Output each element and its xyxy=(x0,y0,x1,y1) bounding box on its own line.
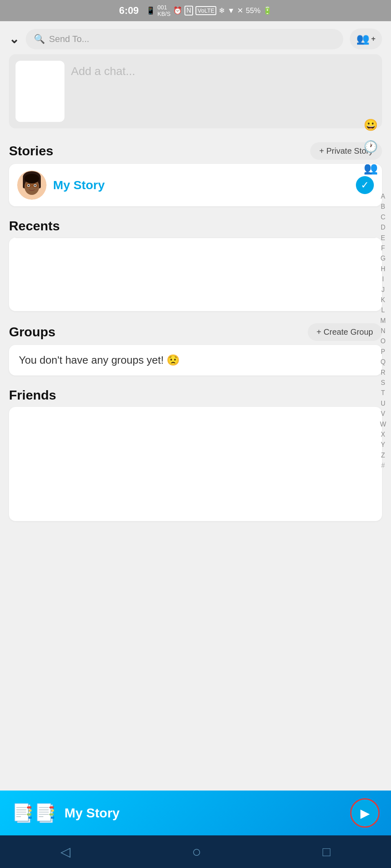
alpha-P[interactable]: P xyxy=(379,347,387,357)
battery-icon: 🔋 xyxy=(263,6,272,15)
my-story-item[interactable]: My Story ✓ xyxy=(9,164,382,206)
alpha-R[interactable]: R xyxy=(379,368,387,378)
alpha-O[interactable]: O xyxy=(379,336,387,346)
search-bar[interactable]: 🔍 Send To... xyxy=(26,29,343,49)
groups-card: You don't have any groups yet! 😟 xyxy=(9,345,382,375)
bottom-bar-story-icon: 📑📑 xyxy=(11,802,56,824)
story-name: My Story xyxy=(53,178,349,192)
svg-point-7 xyxy=(28,185,29,186)
clock-side-icon[interactable]: 🕐 xyxy=(364,140,378,153)
stories-title: Stories xyxy=(9,144,53,159)
alpha-E[interactable]: E xyxy=(379,233,387,243)
main-content: ⌄ 🔍 Send To... 👥 + Add a chat... 😀 🕐 👥 S… xyxy=(0,21,391,766)
alpha-B[interactable]: B xyxy=(379,202,387,212)
android-nav-bar: ◁ ○ □ xyxy=(0,835,391,868)
whatsapp-icon: 📱 xyxy=(146,6,155,15)
create-group-button[interactable]: + Create Group xyxy=(308,323,382,341)
alpha-I[interactable]: I xyxy=(380,274,385,284)
alpha-M[interactable]: M xyxy=(379,316,387,326)
search-placeholder: Send To... xyxy=(49,34,89,44)
add-friends-button[interactable]: 👥 + xyxy=(350,29,382,49)
alpha-J[interactable]: J xyxy=(380,285,386,295)
recents-card xyxy=(9,238,382,311)
back-button[interactable]: ◁ xyxy=(60,844,71,859)
recents-divider xyxy=(16,238,375,238)
svg-point-8 xyxy=(34,185,36,186)
group-side-icon[interactable]: 👥 xyxy=(364,161,378,175)
status-time: 6:09 xyxy=(119,5,139,16)
recent-apps-button[interactable]: □ xyxy=(322,844,330,859)
nfc-icon: N xyxy=(184,6,193,15)
stories-header: Stories + Private Story xyxy=(0,137,391,164)
play-icon: ▶ xyxy=(360,806,370,820)
groups-header: Groups + Create Group xyxy=(0,318,391,345)
alpha-C[interactable]: C xyxy=(379,212,387,222)
alpha-S[interactable]: S xyxy=(379,378,387,388)
add-plus-icon: + xyxy=(371,35,375,43)
alpha-H[interactable]: H xyxy=(379,264,387,274)
alpha-Y[interactable]: Y xyxy=(379,440,387,450)
emoji-side-icon[interactable]: 😀 xyxy=(364,118,378,132)
alpha-X[interactable]: X xyxy=(379,430,387,440)
alpha-T[interactable]: T xyxy=(380,388,387,398)
friends-title: Friends xyxy=(9,388,56,403)
signal-icon: ✕ xyxy=(237,6,243,15)
story-check-icon[interactable]: ✓ xyxy=(356,176,374,194)
home-button[interactable]: ○ xyxy=(192,843,201,861)
recents-title: Recents xyxy=(9,219,60,234)
wifi-icon: ▼ xyxy=(227,7,235,15)
alpha-Z[interactable]: Z xyxy=(380,451,387,460)
chat-card[interactable]: Add a chat... xyxy=(9,54,382,128)
alpha-W[interactable]: W xyxy=(378,420,388,429)
alpha-Q[interactable]: Q xyxy=(379,357,387,367)
checkmark-icon: ✓ xyxy=(361,179,369,191)
chat-avatar-placeholder xyxy=(16,61,64,122)
groups-title: Groups xyxy=(9,325,56,340)
recents-section: Recents xyxy=(0,213,391,311)
play-button[interactable]: ▶ xyxy=(350,798,380,828)
alpha-F[interactable]: F xyxy=(380,243,387,253)
chat-add-text: Add a chat... xyxy=(71,61,135,78)
bottom-bar-label: My Story xyxy=(64,806,342,821)
alpha-hash[interactable]: # xyxy=(380,461,387,470)
friends-header: Friends xyxy=(0,382,391,407)
alpha-N[interactable]: N xyxy=(379,326,387,336)
battery-percent: 55% xyxy=(246,7,260,15)
bottom-bar: 📑📑 My Story ▶ xyxy=(0,791,391,835)
search-icon: 🔍 xyxy=(34,34,45,44)
groups-section: Groups + Create Group You don't have any… xyxy=(0,318,391,375)
side-icons-panel: 😀 🕐 👥 xyxy=(364,118,378,175)
alpha-V[interactable]: V xyxy=(379,409,387,419)
add-friends-icon: 👥 xyxy=(356,33,369,45)
alphabet-sidebar: A B C D E F G H I J K L M N O P Q R S T … xyxy=(378,192,388,471)
header-row: ⌄ 🔍 Send To... 👥 + xyxy=(0,21,391,54)
svg-point-12 xyxy=(24,174,39,183)
groups-empty-text: You don't have any groups yet! 😟 xyxy=(19,354,180,366)
status-bar: 6:09 📱 001KB/S ⏰ N VoLTE ❄ ▼ ✕ 55% 🔋 xyxy=(0,0,391,21)
friends-card xyxy=(9,407,382,521)
story-avatar xyxy=(17,170,47,200)
alpha-D[interactable]: D xyxy=(379,223,387,232)
chevron-down-icon[interactable]: ⌄ xyxy=(9,32,19,46)
alpha-A[interactable]: A xyxy=(379,192,387,201)
recents-header: Recents xyxy=(0,213,391,238)
stories-section: Stories + Private Story xyxy=(0,137,391,206)
alpha-L[interactable]: L xyxy=(380,305,387,315)
alpha-G[interactable]: G xyxy=(379,254,387,263)
friends-section: Friends xyxy=(0,382,391,521)
status-icons: 📱 001KB/S ⏰ N VoLTE ❄ ▼ ✕ 55% 🔋 xyxy=(146,4,272,17)
alarm-icon: ⏰ xyxy=(173,6,182,15)
alpha-K[interactable]: K xyxy=(379,295,387,305)
bluetooth-icon: ❄ xyxy=(219,6,225,15)
alpha-U[interactable]: U xyxy=(379,399,387,409)
data-speed: 001KB/S xyxy=(158,4,171,17)
volte-icon: VoLTE xyxy=(196,6,216,15)
